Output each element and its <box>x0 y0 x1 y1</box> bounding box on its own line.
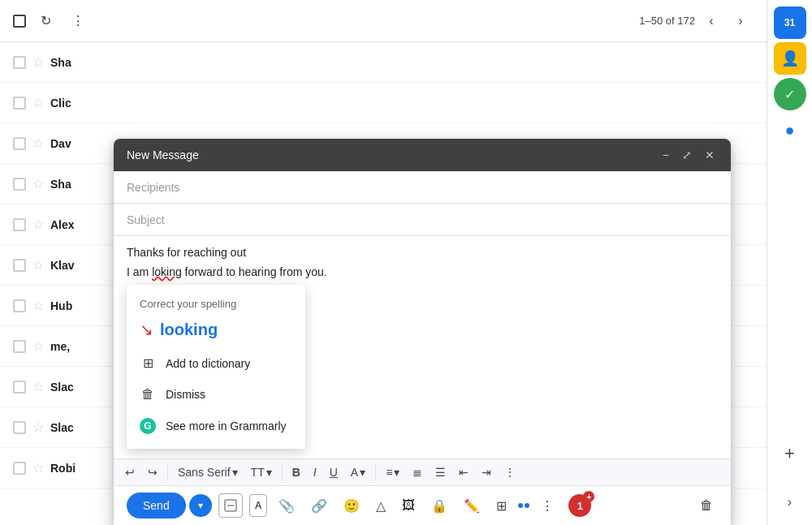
email-sender: Klav <box>50 259 107 272</box>
link-button[interactable]: 🔗 <box>306 493 332 519</box>
close-compose-button[interactable]: ✕ <box>702 147 718 163</box>
next-page-button[interactable]: › <box>728 8 754 34</box>
body-line1: Thanks for reaching out <box>127 246 718 259</box>
top-toolbar: ↻ ⋮ 1–50 of 172 ‹ › <box>0 0 767 42</box>
italic-button[interactable]: I <box>309 463 322 482</box>
tasks-icon: ✓ <box>784 87 795 102</box>
dot-indicators <box>518 503 529 508</box>
dismiss-label: Dismiss <box>166 388 205 401</box>
text-color-button[interactable]: A ▾ <box>346 463 370 482</box>
row-checkbox[interactable] <box>13 381 26 394</box>
photo-button[interactable]: 🖼 <box>397 493 420 518</box>
send-button[interactable]: Send <box>127 493 186 519</box>
underline-button[interactable]: U <box>325 463 343 482</box>
pagination-label: 1–50 of 172 <box>639 15 695 27</box>
add-app-button[interactable]: + <box>774 437 806 470</box>
grammarly-item[interactable]: G See more in Grammarly <box>127 410 305 442</box>
email-sender: Alex <box>50 218 107 231</box>
people-app-icon[interactable]: ● <box>774 114 806 146</box>
attach-button[interactable]: 📎 <box>274 493 300 519</box>
body-after-misspelled: forward to hearing from you. <box>182 265 327 278</box>
star-icon[interactable]: ☆ <box>32 338 44 354</box>
bold-button[interactable]: B <box>287 463 305 482</box>
recipients-field[interactable]: Recipients <box>114 171 731 204</box>
layout-button[interactable]: ⊞ <box>491 493 512 519</box>
row-checkbox[interactable] <box>13 340 26 353</box>
compose-modal: New Message − ⤢ ✕ Recipients Subject Tha… <box>114 139 731 525</box>
row-checkbox[interactable] <box>13 137 26 150</box>
compose-body[interactable]: Thanks for reaching out I am loking forw… <box>114 236 731 458</box>
row-checkbox[interactable] <box>13 178 26 191</box>
indent-more-button[interactable]: ⇥ <box>477 463 496 482</box>
email-sender: Sha <box>50 178 107 191</box>
toolbar-separator <box>282 464 283 480</box>
font-select-button[interactable]: Sans Serif ▾ <box>173 463 243 482</box>
row-checkbox[interactable] <box>13 56 26 69</box>
subject-field[interactable]: Subject <box>114 204 731 236</box>
email-row[interactable]: ☆ Sha <box>0 42 767 83</box>
minimize-button[interactable]: − <box>659 147 672 163</box>
star-icon[interactable]: ☆ <box>32 95 44 110</box>
contacts-app-icon[interactable]: 👤 <box>774 42 806 75</box>
star-icon[interactable]: ☆ <box>32 460 44 476</box>
spell-correction[interactable]: ↘ looking <box>127 316 305 347</box>
misspelled-word: loking <box>152 265 182 278</box>
emoji-button[interactable]: 🙂 <box>339 493 365 519</box>
maximize-button[interactable]: ⤢ <box>679 147 695 163</box>
grammarly-plus-icon: + <box>583 491 594 502</box>
star-icon[interactable]: ☆ <box>32 176 44 191</box>
email-sender: Hub <box>50 299 107 312</box>
font-size-button[interactable]: TT ▾ <box>246 463 277 482</box>
grammarly-label: See more in Grammarly <box>166 420 287 432</box>
tasks-app-icon[interactable]: ✓ <box>774 78 806 110</box>
calendar-app-icon[interactable]: 31 <box>774 6 806 39</box>
align-button[interactable]: ≡ ▾ <box>381 463 404 482</box>
add-to-dictionary-item[interactable]: ⊞ Add to dictionary <box>127 347 305 379</box>
star-icon[interactable]: ☆ <box>32 257 44 273</box>
row-checkbox[interactable] <box>13 259 26 272</box>
prev-page-button[interactable]: ‹ <box>698 8 724 34</box>
dismiss-icon: 🗑 <box>140 387 156 402</box>
email-sender: Slac <box>50 421 107 434</box>
row-checkbox[interactable] <box>13 462 26 475</box>
numbered-list-button[interactable]: ≣ <box>408 463 427 482</box>
row-checkbox[interactable] <box>13 97 26 110</box>
contacts-icon: 👤 <box>781 49 799 67</box>
send-options-button[interactable]: ▾ <box>189 494 212 517</box>
row-checkbox[interactable] <box>13 218 26 231</box>
compose-header-icons: − ⤢ ✕ <box>659 147 718 163</box>
star-icon[interactable]: ☆ <box>32 54 44 70</box>
spell-header: Correct your spelling <box>127 291 305 316</box>
expand-panel-button[interactable]: › <box>774 486 806 519</box>
add-to-dict-icon: ⊞ <box>140 355 156 371</box>
star-icon[interactable]: ☆ <box>32 420 44 435</box>
more-options-button[interactable]: ⋮ <box>65 8 91 34</box>
row-checkbox[interactable] <box>13 421 26 434</box>
star-icon[interactable]: ☆ <box>32 298 44 313</box>
dismiss-item[interactable]: 🗑 Dismiss <box>127 379 305 410</box>
drive-button[interactable]: △ <box>371 493 391 519</box>
row-checkbox[interactable] <box>13 299 26 312</box>
bulleted-list-button[interactable]: ☰ <box>430 463 451 482</box>
text-formatting-button[interactable]: A <box>249 494 268 517</box>
lock-button[interactable]: 🔒 <box>426 493 452 519</box>
more-format-button[interactable]: ⋮ <box>499 463 520 482</box>
refresh-button[interactable]: ↻ <box>32 8 58 34</box>
star-icon[interactable]: ☆ <box>32 136 44 151</box>
indent-less-button[interactable]: ⇤ <box>454 463 473 482</box>
smart-compose-button[interactable] <box>218 493 243 518</box>
delete-draft-button[interactable]: 🗑 <box>695 493 718 518</box>
grammarly-icon: G <box>140 418 156 434</box>
grammarly-count-badge[interactable]: 1 + <box>568 494 591 517</box>
email-sender: Slac <box>50 381 107 394</box>
signature-button[interactable]: ✏️ <box>459 493 485 519</box>
star-icon[interactable]: ☆ <box>32 217 44 232</box>
compose-header: New Message − ⤢ ✕ <box>114 139 731 171</box>
redo-button[interactable]: ↪ <box>143 463 162 482</box>
email-row[interactable]: ☆ Clic <box>0 83 767 123</box>
star-icon[interactable]: ☆ <box>32 379 44 394</box>
select-all-checkbox[interactable] <box>13 15 26 28</box>
undo-button[interactable]: ↩ <box>120 463 140 482</box>
format-toolbar: ↩ ↪ Sans Serif ▾ TT ▾ B I U A ▾ ≡ ▾ ≣ ☰ … <box>114 458 731 485</box>
more-actions-button[interactable]: ⋮ <box>536 493 559 519</box>
